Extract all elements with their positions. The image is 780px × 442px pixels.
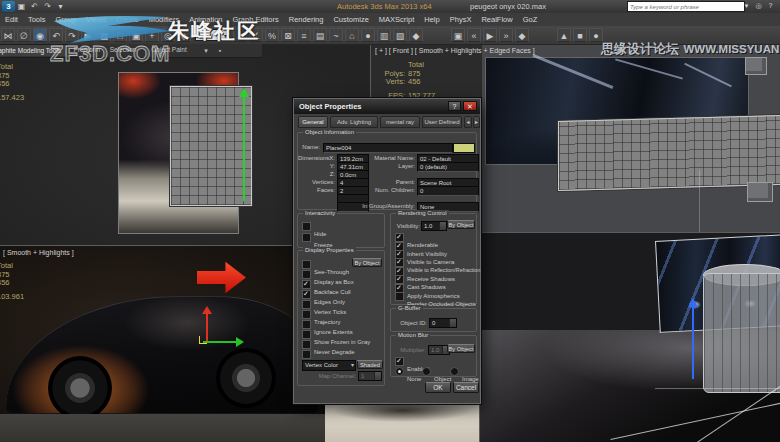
set-key-icon[interactable]: ◆ <box>515 28 529 42</box>
application-button-icon[interactable]: 3 <box>2 1 15 12</box>
name-field[interactable]: Plane004 <box>323 143 453 153</box>
gizmo-x-axis[interactable] <box>203 341 237 343</box>
render-occluded-checkbox[interactable] <box>395 292 404 301</box>
menu-goz[interactable]: GoZ <box>518 13 543 26</box>
viewport-splitter-horizontal[interactable] <box>480 232 780 233</box>
vertex-color-dropdown[interactable]: Vertex Color <box>302 360 356 371</box>
menu-maxscript[interactable]: MAXScript <box>374 13 419 26</box>
viewport-front-label[interactable]: [ + ] [ Front ] [ Smooth + Highlights + … <box>375 47 535 54</box>
ignore-extents-checkbox[interactable] <box>302 320 311 329</box>
motion-blur-none-radio[interactable] <box>395 367 404 376</box>
motion-blur-legend: Motion Blur <box>396 332 430 339</box>
search-dropdown-icon[interactable]: ▾ <box>741 1 752 11</box>
menu-realflow[interactable]: RealFlow <box>476 13 517 26</box>
map-channel-spinner[interactable]: 1 <box>358 371 382 381</box>
menu-customize[interactable]: Customize <box>328 13 373 26</box>
motion-blur-image-radio[interactable] <box>450 367 459 376</box>
edges-only-checkbox[interactable] <box>302 290 311 299</box>
menu-physx[interactable]: PhysX <box>445 13 477 26</box>
vertex-ticks-checkbox[interactable] <box>302 300 311 309</box>
vertex-channel-display-checkbox[interactable] <box>302 350 311 359</box>
render-iterative-icon[interactable]: ■ <box>573 28 587 42</box>
plane-object-wireframe[interactable] <box>170 86 252 206</box>
dialog-close-icon[interactable]: ✕ <box>463 101 477 111</box>
render-setup-icon[interactable]: ▥ <box>377 28 391 42</box>
dialog-help-button[interactable]: ? <box>448 101 461 111</box>
visible-to-reflection-checkbox[interactable] <box>395 258 404 267</box>
motion-blur-object-radio[interactable] <box>422 367 431 376</box>
go-to-start-icon[interactable]: « <box>467 28 481 42</box>
menu-rendering[interactable]: Rendering <box>284 13 329 26</box>
curve-editor-icon[interactable]: ~ <box>329 28 343 42</box>
snapshot-icon[interactable]: ▣ <box>451 28 465 42</box>
select-and-link-icon[interactable]: ⋈ <box>1 28 15 42</box>
tab-general[interactable]: General <box>298 116 328 128</box>
hide-checkbox[interactable] <box>302 222 311 231</box>
rendered-frame-window-icon[interactable]: ▧ <box>393 28 407 42</box>
renderable-checkbox[interactable] <box>395 233 404 242</box>
see-through-checkbox[interactable] <box>302 260 311 269</box>
show-frozen-in-gray-checkbox[interactable] <box>302 330 311 339</box>
display-as-box-checkbox[interactable] <box>302 270 311 279</box>
visibility-spinner[interactable]: 1.0 <box>421 221 447 231</box>
multiplier-label: Multiplier: <box>393 346 426 354</box>
layer-manager-icon[interactable]: ▤ <box>313 28 327 42</box>
mirror-icon[interactable]: ⊠ <box>281 28 295 42</box>
viewport-left-bottom-label[interactable]: [ Smooth + Highlights ] <box>3 249 74 256</box>
play-animation-icon[interactable]: ▶ <box>483 28 497 42</box>
tab-adv-lighting[interactable]: Adv. Lighting <box>330 116 378 128</box>
cast-shadows-checkbox[interactable] <box>395 275 404 284</box>
cancel-button[interactable]: Cancel <box>453 382 479 393</box>
tab-user-defined[interactable]: User Defined <box>422 116 462 128</box>
gizmo-plane-handle[interactable] <box>199 336 207 344</box>
object-id-spinner[interactable]: 0 <box>429 318 457 328</box>
save-icon[interactable]: ▣ <box>15 1 28 12</box>
gizmo-x-axis-head <box>236 337 244 347</box>
num-children-field: 0 <box>417 186 479 196</box>
gizmo-z-axis-blue[interactable] <box>692 307 694 379</box>
percent-snap-icon[interactable]: % <box>265 28 279 42</box>
ribbon-minimize-icon[interactable]: ▾ <box>200 45 212 56</box>
help-icon[interactable]: ? <box>765 1 776 11</box>
undo-icon[interactable]: ↶ <box>28 1 41 12</box>
tab-scroll-right-icon[interactable]: ► <box>473 116 480 128</box>
motion-blur-enabled-checkbox[interactable] <box>395 357 404 366</box>
visibility-by-object-button[interactable]: By Object <box>447 220 475 229</box>
menu-help[interactable]: Help <box>419 13 444 26</box>
render-production-icon[interactable]: ◆ <box>409 28 423 42</box>
tab-mental-ray[interactable]: mental ray <box>380 116 420 128</box>
schematic-view-icon[interactable]: ⌂ <box>345 28 359 42</box>
infocenter-search-input[interactable] <box>627 1 745 12</box>
never-degrade-checkbox[interactable] <box>302 340 311 349</box>
ribbon-config-icon[interactable]: ▪ <box>214 45 226 56</box>
redo-icon[interactable]: ↷ <box>41 1 54 12</box>
scene-box-object[interactable] <box>745 57 767 75</box>
display-properties-group: Display Properties See-Through By Object… <box>297 250 385 386</box>
menu-edit[interactable]: Edit <box>0 13 23 26</box>
shaded-button[interactable]: Shaded <box>357 360 383 369</box>
ok-button[interactable]: OK <box>425 382 451 393</box>
motion-blur-by-object-button[interactable]: By Object <box>447 344 475 353</box>
unlink-selection-icon[interactable]: ∅ <box>17 28 31 42</box>
scene-box-object[interactable] <box>747 182 773 202</box>
object-color-swatch[interactable] <box>453 143 475 153</box>
motion-blur-none-option[interactable]: None <box>395 367 421 385</box>
search-go-icon[interactable]: ◎ <box>753 1 764 11</box>
freeze-checkbox[interactable] <box>302 233 311 242</box>
display-by-object-button[interactable]: By Object <box>352 258 382 267</box>
backface-cull-checkbox[interactable] <box>302 280 311 289</box>
cylinder-object[interactable] <box>703 273 780 393</box>
material-editor-icon[interactable]: ● <box>361 28 375 42</box>
align-icon[interactable]: ≡ <box>297 28 311 42</box>
gizmo-y-axis[interactable] <box>243 97 245 201</box>
go-to-end-icon[interactable]: » <box>499 28 513 42</box>
bind-to-space-warp-icon[interactable]: ◉ <box>33 28 47 42</box>
workspaces-dropdown-icon[interactable]: ▾ <box>54 1 67 12</box>
viewport-perspective[interactable] <box>480 233 780 442</box>
menu-tools[interactable]: Tools <box>23 13 51 26</box>
auto-key-icon[interactable]: ▲ <box>557 28 571 42</box>
tab-scroll-left-icon[interactable]: ◄ <box>464 116 472 128</box>
viewport-left-bottom[interactable] <box>0 246 325 442</box>
trajectory-checkbox[interactable] <box>302 310 311 319</box>
plane-object-wireframe-front[interactable] <box>558 115 780 191</box>
